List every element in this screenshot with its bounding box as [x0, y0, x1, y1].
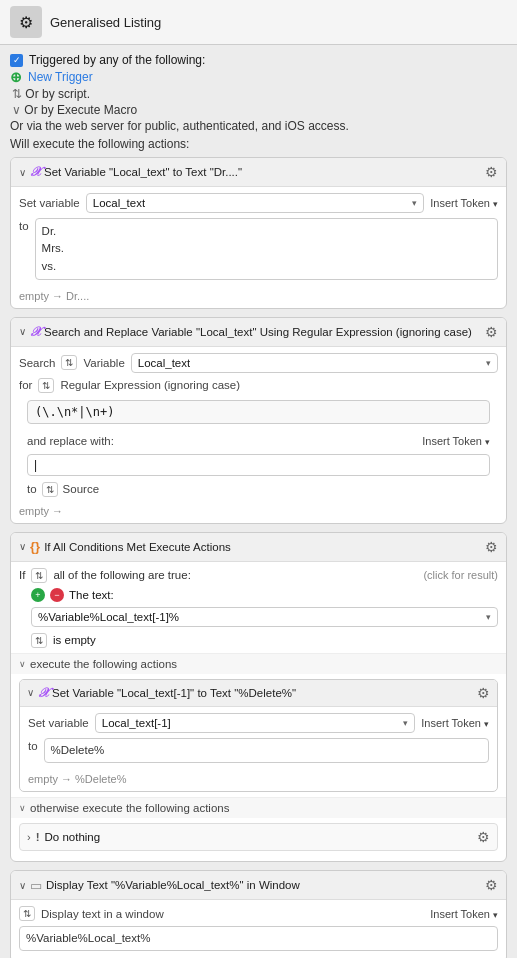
- action2-body: Search ⇅ Variable Local_text ▾ for ⇅ Reg…: [11, 347, 506, 523]
- action2-regex-value: (\.\n*|\n+): [35, 405, 114, 419]
- action2-result-hint: empty →: [19, 505, 498, 517]
- action-search-replace-2: ∨ 𝒳 Search and Replace Variable "Local_t…: [10, 317, 507, 524]
- action1-gear-icon[interactable]: ⚙: [485, 164, 498, 180]
- action2-replace-input[interactable]: |: [27, 454, 490, 476]
- action1-variable-select[interactable]: Local_text ▾: [86, 193, 424, 213]
- action2-source-stepper[interactable]: ⇅: [42, 482, 58, 497]
- or-by-macro-label: Or by Execute Macro: [24, 103, 137, 117]
- action4-title: Display Text "%Variable%Local_text%" in …: [46, 879, 300, 891]
- action2-variable-icon: 𝒳: [30, 324, 40, 340]
- action3-nested-header-left: ∨ 𝒳 Set Variable "Local_text[-1]" to Tex…: [27, 685, 477, 701]
- action3-nested-chevron-icon[interactable]: ∨: [27, 687, 34, 698]
- action3-nested-insert-token-btn[interactable]: Insert Token ▾: [421, 717, 489, 729]
- app-icon: ⚙: [10, 6, 42, 38]
- action4-gear-icon[interactable]: ⚙: [485, 877, 498, 893]
- action1-insert-token-btn[interactable]: Insert Token ▾: [430, 197, 498, 209]
- action2-chevron-icon[interactable]: ∨: [19, 326, 26, 337]
- action2-to-label: to: [27, 483, 37, 495]
- action3-red-circle-icon[interactable]: −: [50, 588, 64, 602]
- action2-variable-select[interactable]: Local_text ▾: [131, 353, 498, 373]
- action2-regex-stepper[interactable]: ⇅: [38, 378, 54, 393]
- action3-conditions-row: If ⇅ all of the following are true: (cli…: [11, 562, 506, 585]
- action2-variable-value: Local_text: [138, 357, 190, 369]
- action3-condition-value-row: %Variable%Local_text[-1]% ▾: [11, 605, 506, 630]
- app-icon-glyph: ⚙: [19, 13, 33, 32]
- action1-to-label: to: [19, 218, 29, 232]
- action3-nested-body: Set variable Local_text[-1] ▾ Insert Tok…: [20, 707, 497, 791]
- action1-result-hint: empty → Dr....: [19, 290, 498, 302]
- action2-replace-input-row: |: [19, 452, 498, 480]
- action3-do-nothing-expand-icon[interactable]: ›: [27, 831, 31, 843]
- stepper-icon-script: ⇅: [12, 87, 25, 101]
- action1-chevron-icon[interactable]: ∨: [19, 167, 26, 178]
- action3-otherwise-chevron-icon[interactable]: ∨: [19, 803, 26, 813]
- action-if-conditions-3: ∨ {} If All Conditions Met Execute Actio…: [10, 532, 507, 862]
- action1-select-chevron-icon: ▾: [412, 198, 417, 208]
- action3-nested-set-variable-label: Set variable: [28, 717, 89, 729]
- action1-set-variable-row: Set variable Local_text ▾ Insert Token ▾: [19, 193, 498, 213]
- new-trigger-label[interactable]: New Trigger: [28, 70, 93, 84]
- action1-to-row: to Dr.Mrs.vs.: [19, 218, 498, 285]
- or-by-script-row: ⇅ Or by script.: [12, 87, 507, 101]
- action3-spacer: [11, 856, 506, 861]
- action4-body: ⇅ Display text in a window Insert Token …: [11, 900, 506, 958]
- action3-is-empty-row: ⇅ is empty: [11, 630, 506, 653]
- trigger-row-main: ✓ Triggered by any of the following:: [10, 53, 507, 67]
- action3-gear-icon[interactable]: ⚙: [485, 539, 498, 555]
- trigger-checkbox[interactable]: ✓: [10, 54, 23, 67]
- action3-nested-to-label: to: [28, 738, 38, 752]
- action4-stepper-icon[interactable]: ⇅: [19, 906, 35, 921]
- action2-regex-input[interactable]: (\.\n*|\n+): [27, 400, 490, 424]
- action3-do-nothing-gear-icon[interactable]: ⚙: [477, 829, 490, 845]
- action4-insert-token-btn[interactable]: Insert Token ▾: [430, 908, 498, 920]
- action4-chevron-icon[interactable]: ∨: [19, 880, 26, 891]
- action3-green-circle-icon[interactable]: +: [31, 588, 45, 602]
- new-trigger-plus-icon: ⊕: [10, 69, 22, 85]
- action3-do-nothing-label: Do nothing: [45, 831, 101, 843]
- action1-to-textarea[interactable]: Dr.Mrs.vs.: [35, 218, 498, 280]
- action3-is-empty-stepper[interactable]: ⇅: [31, 633, 47, 648]
- action3-condition-item: + − The text:: [11, 585, 506, 605]
- action3-if-icon: {}: [30, 539, 40, 554]
- action3-execute-row: ∨ execute the following actions: [11, 653, 506, 674]
- action2-insert-token-btn[interactable]: Insert Token ▾: [422, 435, 490, 447]
- action3-do-nothing-block: › ! Do nothing ⚙: [19, 823, 498, 851]
- action3-nested-to-textarea[interactable]: %Delete%: [44, 738, 489, 763]
- new-trigger-row[interactable]: ⊕ New Trigger: [10, 69, 507, 85]
- action4-display-value: %Variable%Local_text%: [26, 932, 150, 944]
- action3-nested-var-icon: 𝒳: [38, 685, 48, 701]
- action3-execute-chevron-icon[interactable]: ∨: [19, 659, 26, 669]
- main-content: ✓ Triggered by any of the following: ⊕ N…: [0, 45, 517, 958]
- action3-chevron-icon[interactable]: ∨: [19, 541, 26, 552]
- action3-do-nothing-left: › ! Do nothing: [27, 831, 100, 843]
- action1-title: Set Variable "Local_text" to Text "Dr...…: [44, 166, 242, 178]
- action3-nested-result-hint-text: empty → %Delete%: [28, 773, 126, 785]
- action2-replace-value: |: [34, 458, 37, 472]
- action3-nested-gear-icon[interactable]: ⚙: [477, 685, 490, 701]
- action-display-text-4: ∨ ▭ Display Text "%Variable%Local_text%"…: [10, 870, 507, 958]
- action3-nested-to-row: to %Delete%: [28, 738, 489, 768]
- action3-click-result[interactable]: (click for result): [423, 569, 498, 581]
- action2-and-replace-row: and replace with: Insert Token ▾: [19, 433, 498, 449]
- action3-header: ∨ {} If All Conditions Met Execute Actio…: [11, 533, 506, 562]
- action3-otherwise-label: otherwise execute the following actions: [30, 802, 229, 814]
- action2-title: Search and Replace Variable "Local_text"…: [44, 326, 472, 338]
- action2-header-left: ∨ 𝒳 Search and Replace Variable "Local_t…: [19, 324, 485, 340]
- action3-nested-result-hint: empty → %Delete%: [28, 773, 489, 785]
- action2-regex-row: (\.\n*|\n+): [19, 398, 498, 433]
- action2-stepper[interactable]: ⇅: [61, 355, 77, 370]
- or-by-script-label: Or by script.: [25, 87, 90, 101]
- action2-for-row: for ⇅ Regular Expression (ignoring case): [19, 378, 498, 393]
- action3-nested-variable-select[interactable]: Local_text[-1] ▾: [95, 713, 415, 733]
- action2-header: ∨ 𝒳 Search and Replace Variable "Local_t…: [11, 318, 506, 347]
- chevron-macro: ∨: [12, 103, 24, 117]
- action4-header-left: ∨ ▭ Display Text "%Variable%Local_text%"…: [19, 878, 485, 893]
- action3-condition-value: %Variable%Local_text[-1]%: [38, 611, 179, 623]
- action4-display-textarea[interactable]: %Variable%Local_text%: [19, 926, 498, 951]
- action3-is-empty-label: is empty: [53, 634, 96, 646]
- action3-all-stepper[interactable]: ⇅: [31, 568, 47, 583]
- action1-variable-value: Local_text: [93, 197, 145, 209]
- action4-header: ∨ ▭ Display Text "%Variable%Local_text%"…: [11, 871, 506, 900]
- action2-gear-icon[interactable]: ⚙: [485, 324, 498, 340]
- action3-condition-select[interactable]: %Variable%Local_text[-1]% ▾: [31, 607, 498, 627]
